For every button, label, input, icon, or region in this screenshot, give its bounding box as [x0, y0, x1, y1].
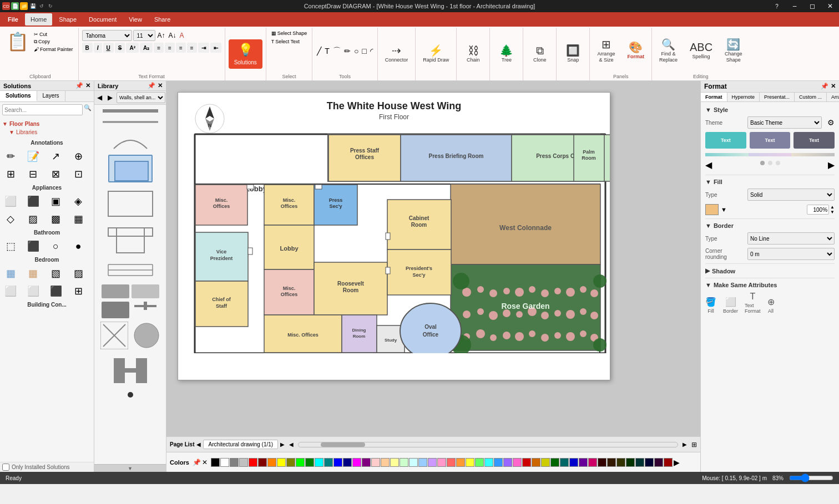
shape-item[interactable]: ▨ [70, 265, 87, 282]
curve-tool-icon[interactable]: ⌒ [332, 45, 342, 57]
rect-tool-icon[interactable]: □ [361, 45, 367, 57]
color-swatch[interactable] [522, 458, 531, 467]
format-tab-presentat[interactable]: Presentat... [760, 93, 795, 101]
gray-rect-2[interactable] [132, 284, 159, 298]
shape-item[interactable]: ⬛ [25, 238, 42, 254]
color-swatch[interactable] [371, 458, 380, 467]
tree-btn[interactable]: 🌲 Tree [494, 42, 519, 66]
attr-all[interactable]: ⊕ All [767, 297, 775, 314]
color-swatch[interactable] [418, 458, 427, 467]
fill-dropdown-icon[interactable]: ▼ [721, 206, 727, 213]
theme-settings-icon[interactable]: ⚙ [827, 118, 835, 127]
color-swatch[interactable] [607, 458, 616, 467]
format-painter-btn[interactable]: 🖌 Format Painter [32, 46, 75, 53]
theme-select[interactable]: Basic Theme [747, 116, 822, 129]
solutions-btn[interactable]: 💡 Solutions [229, 39, 262, 69]
color-swatch[interactable] [645, 458, 654, 467]
shape-item[interactable]: ◇ [2, 211, 19, 227]
libraries-toggle[interactable]: ▼ Libraries [2, 128, 92, 136]
shape-item[interactable]: ⬜ [25, 283, 42, 299]
superscript-btn[interactable]: A² [126, 43, 139, 53]
shape-item[interactable]: ▦ [2, 265, 19, 282]
h-scrollbar[interactable] [298, 442, 678, 447]
solutions-tab[interactable]: Solutions [0, 91, 37, 101]
close-format-icon[interactable]: ✕ [831, 83, 836, 90]
color-swatch[interactable] [560, 458, 569, 467]
format-tab-hypernote[interactable]: Hypernote [727, 93, 760, 101]
fill-section-title[interactable]: ▼ Fill [705, 179, 835, 185]
dark-rect-1[interactable] [102, 302, 129, 318]
theme-swatch-1[interactable]: Text [705, 132, 746, 149]
circle-shape[interactable] [133, 322, 160, 349]
shape-item[interactable]: ✏ [2, 148, 19, 165]
shape-item[interactable]: ⊞ [2, 166, 19, 182]
color-swatch[interactable] [447, 458, 456, 467]
font-size-select[interactable]: 11 [133, 30, 155, 41]
color-swatch[interactable] [569, 458, 578, 467]
select-shape-btn[interactable]: ▦ Select Shape [270, 30, 309, 37]
fill-percent-input[interactable] [807, 205, 829, 215]
dot-3[interactable] [776, 161, 780, 165]
wall-shape-1[interactable] [103, 107, 158, 115]
color-swatch[interactable] [352, 458, 361, 467]
text-tool-icon[interactable]: T [324, 45, 331, 57]
color-swatch[interactable] [362, 458, 371, 467]
format-tab-custom[interactable]: Custom ... [795, 93, 827, 101]
spelling-btn[interactable]: ABC Spelling [686, 39, 716, 63]
change-shape-btn[interactable]: 🔄 ChangeShape [721, 36, 746, 66]
hscroll-right[interactable]: ▶ [683, 441, 687, 447]
color-swatch[interactable] [588, 458, 597, 467]
color-swatch[interactable] [220, 458, 229, 467]
corner-select[interactable]: 0 m [747, 248, 835, 260]
view-tab[interactable]: View [123, 13, 148, 26]
share-tab[interactable]: Share [149, 13, 176, 26]
arc-tool-icon[interactable]: ◜ [369, 45, 374, 57]
pencil-tool-icon[interactable]: ✏ [343, 45, 352, 57]
color-swatch[interactable] [635, 458, 644, 467]
shadow-section-title[interactable]: ▶ Shadow [705, 267, 835, 274]
shape-tab[interactable]: Shape [53, 13, 82, 26]
color-swatch[interactable] [456, 458, 465, 467]
italic-btn[interactable]: I [94, 43, 102, 53]
shape-item[interactable]: ⊞ [70, 283, 87, 299]
door-shape[interactable] [103, 186, 158, 219]
underline-btn[interactable]: U [103, 43, 114, 53]
shape-item[interactable]: ▩ [48, 211, 64, 227]
h-scrollbar-thumb[interactable] [321, 442, 365, 447]
shape-item[interactable]: ▨ [25, 211, 42, 227]
circle-tool-icon[interactable]: ○ [353, 45, 360, 57]
new-icon[interactable]: 📄 [11, 2, 19, 10]
lib-prev-btn[interactable]: ◀ [95, 93, 104, 102]
page-nav-left[interactable]: ◀ [196, 441, 201, 447]
file-menu-btn[interactable]: File [2, 13, 24, 26]
stair-shape[interactable] [105, 259, 155, 281]
library-select[interactable]: Walls, shell an... [117, 92, 165, 103]
floor-plan-svg[interactable]: Press Staff Offices Press Briefing Room … [178, 93, 610, 353]
color-swatch[interactable] [277, 458, 286, 467]
library-scroll-indicator[interactable]: ▼ [94, 464, 166, 472]
shape-item[interactable]: ◈ [70, 193, 87, 210]
color-swatch[interactable] [286, 458, 295, 467]
copy-btn[interactable]: ⧉ Copy [32, 38, 75, 45]
colors-scroll-right[interactable]: ▶ [674, 458, 680, 467]
app-icon[interactable]: CD [2, 2, 10, 10]
border-type-select[interactable]: No Line [747, 232, 835, 245]
font-family-select[interactable]: Tahoma [82, 30, 132, 41]
gray-rect-1[interactable] [102, 284, 129, 298]
percent-up-btn[interactable]: ▲ [830, 205, 835, 210]
color-swatch[interactable] [466, 458, 474, 467]
grow-btn[interactable]: A↑ [156, 32, 166, 39]
color-swatch[interactable] [390, 458, 399, 467]
color-swatch[interactable] [343, 458, 352, 467]
color-swatch[interactable] [616, 458, 625, 467]
fill-color-swatch[interactable] [705, 204, 719, 215]
redo-icon[interactable]: ↻ [47, 2, 54, 10]
color-swatch[interactable] [513, 458, 522, 467]
color-swatch[interactable] [324, 458, 333, 467]
pin-library-icon[interactable]: 📌 [148, 82, 155, 89]
color-swatch[interactable] [381, 458, 390, 467]
shape-item[interactable]: ⬜ [2, 283, 19, 299]
shape-item[interactable]: ▦ [70, 211, 87, 227]
rapid-draw-btn[interactable]: ⚡ Rapid Draw [419, 42, 453, 66]
shape-item[interactable]: ▦ [25, 265, 42, 282]
